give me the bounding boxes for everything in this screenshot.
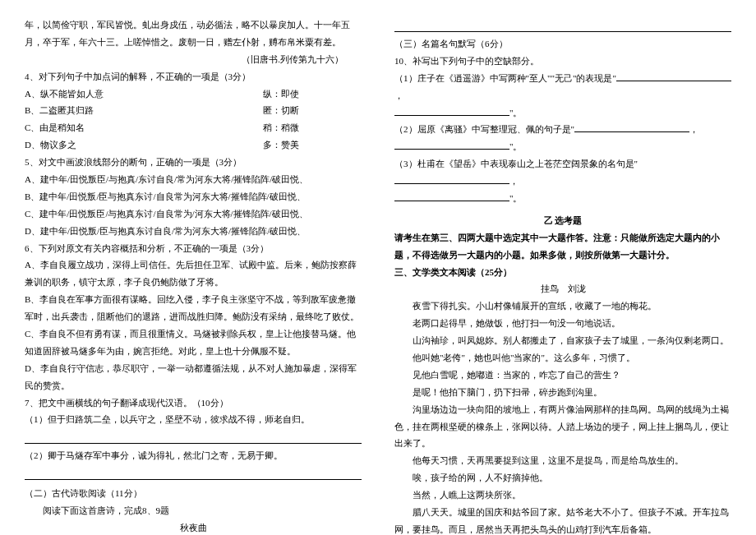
q6-option-a: A、李自良履立战功，深得上司信任。先后担任卫军、试殿中监。后来，鲍防按察薛兼训的… <box>25 256 362 291</box>
q10-item2: （2）屈原《离骚》中写整理冠、佩的句子是"， <box>394 121 731 138</box>
story-para: 夜雪下得扎实。小山村像铺展开的宣纸，收藏了一地的梅花。 <box>394 297 731 315</box>
q6-option-b: B、李自良在军事方面很有谋略。回纥入侵，李子良主张坚守不战，等到敌军疲惫撤军时，… <box>25 291 362 325</box>
answer-line[interactable] <box>25 431 362 444</box>
answer-line[interactable] <box>394 20 731 32</box>
story-para: 唉，孩子给的网，人不好摘掉他。 <box>394 469 731 487</box>
q6-option-c: C、李自良不但有勇有谋，而且很重情义。马燧被剥除兵权，皇上让他接替马燧。他知道固… <box>25 325 362 360</box>
q10-1-suffix: "。 <box>509 108 523 118</box>
left-column: 年，以简俭守职，军民皆悦。虬出身戍伍，动必循法，略不以暴戾加人。十一年五月，卒于… <box>25 16 362 535</box>
q10-3-suffix: "。 <box>509 193 523 203</box>
q4a-left: A、纵不能皆如人意 <box>25 85 263 103</box>
q4d-left: D、物议多之 <box>25 136 263 154</box>
q6-stem: 6、下列对原文有关内容概括和分析，不正确的一项是（3分） <box>25 240 362 257</box>
story-para: 当然，人瞧上这两块所张。 <box>394 487 731 504</box>
para-intro: 年，以简俭守职，军民皆悦。虬出身戍伍，动必循法，略不以暴戾加人。十一年五月，卒于… <box>25 16 362 51</box>
q6-option-d: D、李自良行守信志，恭尽职守，一举一动都遵循法规，从不对人施加暴虐，深得军民的赞… <box>25 360 362 394</box>
section3-head: （三）名篇名句默写（6分） <box>394 35 731 53</box>
story-para: 他叫她"老侉"，她也叫他"当家的"。这么多年，习惯了。 <box>394 349 731 367</box>
q5-option-a: A、建中年/田悦叛臣/与抱真/东讨自良/常为河东大将/摧锋陷阵/破田悦、 <box>25 171 362 188</box>
q4c-left: C、由是稍知名 <box>25 119 263 136</box>
source-cite: （旧唐书.列传第九十六） <box>25 51 362 68</box>
story-para: 见他白雪呢，她嘟道：当家的，咋忘了自己的营生？ <box>394 367 731 384</box>
story-para: 沟里场边边一块向阳的坡地上，有两片像油网那样的挂鸟网。鸟网的线绳为土褐色，挂在两… <box>394 401 731 453</box>
fill-blank[interactable] <box>394 174 509 184</box>
q4-option-d: D、物议多之 多：赞美 <box>25 136 362 154</box>
q4-option-b: B、二盗匿其归路 匿：切断 <box>25 102 362 119</box>
q5-stem: 5、对文中画波浪线部分的断句，正确的一项是（3分） <box>25 154 362 171</box>
poem-title: 秋夜曲 <box>25 519 362 535</box>
story-para: 山沟袖珍，叫凤媳妳。别人都搬走了，自家孩子去了城里，一条沟仅剩老两口。 <box>394 332 731 349</box>
q5-option-c: C、建中年/田悦叛臣/与抱真东讨/自良常为/河东大将/摧锋陷阵/破田悦、 <box>25 205 362 223</box>
right-column: （三）名篇名句默写（6分） 10、补写出下列句子中的空缺部分。 （1）庄子在《逍… <box>394 16 731 535</box>
q10-item3b: "。 <box>394 190 731 207</box>
story-para: 是呢！他拍下脑门，扔下扫帚，碎步跑到沟里。 <box>394 384 731 401</box>
story-para: 他每天习惯，天再黑要捉到这里，这里不是捉鸟，而是给鸟放生的。 <box>394 452 731 469</box>
q4d-right: 多：赞美 <box>263 136 362 154</box>
q5-option-d: D、建中年/田悦叛/臣与抱真东讨自良/常为河东大将/摧锋陷阵/破田悦、 <box>25 223 362 240</box>
story-para: 老两口起得早，她做饭，他打扫一句没一句地说话。 <box>394 315 731 332</box>
fill-blank[interactable] <box>616 71 731 81</box>
optional-section-title: 乙 选考题 <box>394 212 731 229</box>
q4b-right: 匿：切断 <box>263 102 362 119</box>
section-lit-title: 三、文学类文本阅读（25分） <box>394 264 731 281</box>
q10-3-prefix: （3）杜甫在《望岳》中表现泰山之上苍茫空阔景象的名句是" <box>394 159 638 168</box>
story-para: 腊八天天。城里的国庆和姑爷回了家。姑爷老大不小了。但孩子不减。开车拉鸟网，要挂鸟… <box>394 504 731 535</box>
story-header: 挂鸟 刘泷 <box>394 280 731 297</box>
story-title: 挂鸟 <box>541 284 559 293</box>
q4b-left: B、二盗匿其归路 <box>25 102 263 119</box>
q10-2-suffix: "。 <box>509 141 523 151</box>
poem-instruction: 阅读下面这首唐诗，完成8、9题 <box>25 502 362 519</box>
q4a-right: 纵：即使 <box>263 85 362 103</box>
q10-stem: 10、补写出下列句子中的空缺部分。 <box>394 53 731 70</box>
q7-stem: 7、把文中画横线的句子翻译成现代汉语。（10分） <box>25 394 362 412</box>
fill-blank[interactable] <box>394 191 509 201</box>
q7-sub1: （1）但于归路筑二垒，以兵守之，坚壁不动，彼求战不得，师老自归。 <box>25 411 362 428</box>
q10-item1b: "。 <box>394 104 731 122</box>
fill-blank[interactable] <box>394 140 509 150</box>
q10-item3: （3）杜甫在《望岳》中表现泰山之上苍茫空阔景象的名句是"， <box>394 155 731 190</box>
fill-blank[interactable] <box>574 122 689 132</box>
q7-sub2: （2）卿于马燧存军中事分，诚为得礼，然北门之寄，无易于卿。 <box>25 447 362 464</box>
story-author: 刘泷 <box>568 284 586 293</box>
q5-option-b: B、建中年/田悦叛/臣与抱真东讨/自良常为河东大将/摧锋陷阵/破田悦、 <box>25 188 362 205</box>
q4-option-c: C、由是稍知名 稍：稍微 <box>25 119 362 136</box>
q10-item2b: "。 <box>394 138 731 155</box>
q10-item1: （1）庄子在《逍遥游》中写两种"至人""无己"的表现是"， <box>394 70 731 104</box>
q10-1-prefix: （1）庄子在《逍遥游》中写两种"至人""无己"的表现是" <box>394 73 616 83</box>
q4-stem: 4、对下列句子中加点词的解释，不正确的一项是（3分） <box>25 68 362 85</box>
answer-line[interactable] <box>25 468 362 480</box>
q4c-right: 稍：稍微 <box>263 119 362 136</box>
fill-blank[interactable] <box>394 106 509 116</box>
q4-option-a: A、纵不能皆如人意 纵：即使 <box>25 85 362 103</box>
poem-section-head: （二）古代诗歌阅读（11分） <box>25 485 362 502</box>
optional-note: 请考生在第三、四两大题中选定其中一大题作答。注意：只能做所选定大题内的小题，不得… <box>394 229 731 264</box>
q10-2-prefix: （2）屈原《离骚》中写整理冠、佩的句子是" <box>394 124 574 134</box>
